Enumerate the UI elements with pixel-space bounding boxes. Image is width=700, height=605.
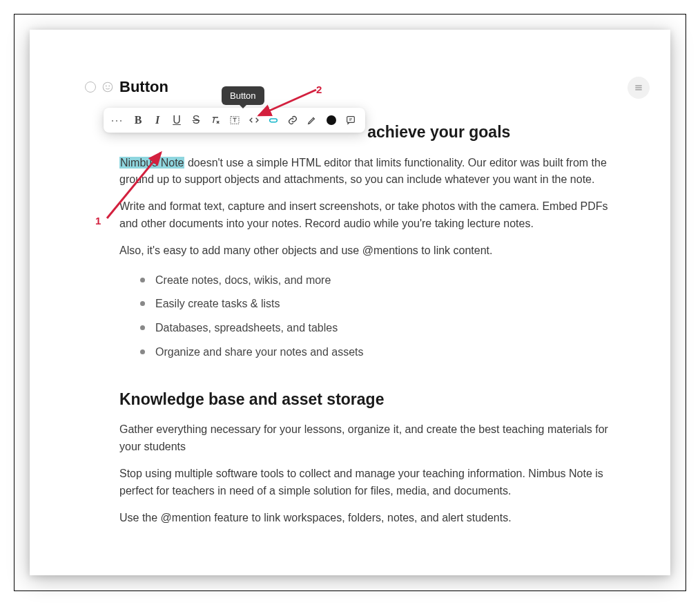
tooltip: Button (222, 86, 264, 105)
comment-button[interactable] (342, 111, 360, 129)
note-content: XXXXXXXXXXXXXXXXXXXXXXX achieve your goa… (119, 120, 608, 526)
code-button[interactable] (245, 111, 263, 129)
paragraph-5[interactable]: Stop using multiple software tools to co… (119, 465, 608, 500)
list-item[interactable]: Easily create tasks & lists (140, 296, 608, 313)
list-item[interactable]: Create notes, docs, wikis, and more (140, 272, 608, 289)
text-color-button[interactable] (322, 111, 340, 129)
clear-format-button[interactable] (206, 111, 224, 129)
link-button[interactable] (284, 111, 302, 129)
svg-point-4 (106, 86, 106, 86)
bold-button[interactable]: B (129, 111, 147, 129)
svg-point-5 (109, 86, 110, 86)
paragraph-6[interactable]: Use the @mention feature to link workspa… (119, 510, 608, 527)
svg-point-3 (103, 82, 113, 92)
underline-button[interactable]: U (168, 111, 186, 129)
bullet-list: Create notes, docs, wikis, and more Easi… (140, 272, 608, 361)
title-row: Button (85, 78, 629, 96)
paragraph-1-rest: doesn't use a simple HTML editor that li… (119, 157, 607, 186)
note-panel: Button XXXXXXXXXXXXXXXXXXXXXXX achieve y… (30, 30, 670, 575)
italic-button[interactable]: I (148, 111, 166, 129)
button-insert-button[interactable] (264, 111, 282, 129)
annotation-number-1: 1 (95, 215, 101, 227)
heading-2[interactable]: Knowledge base and asset storage (119, 387, 608, 412)
more-menu-button[interactable] (628, 77, 650, 99)
toolbar-more-icon[interactable]: ⋯ (109, 113, 128, 128)
list-item[interactable]: Organize and share your notes and assets (140, 344, 608, 361)
svg-rect-8 (347, 117, 355, 123)
page-title[interactable]: Button (119, 78, 168, 96)
list-item[interactable]: Databases, spreadsheets, and tables (140, 320, 608, 337)
color-dot-icon (327, 115, 336, 125)
emoji-picker-icon[interactable] (101, 81, 114, 93)
text-format-button[interactable] (226, 111, 244, 129)
formatting-toolbar: ⋯ B I U S (104, 108, 365, 133)
strikethrough-button[interactable]: S (187, 111, 205, 129)
status-circle-icon[interactable] (85, 81, 96, 93)
section-2: Knowledge base and asset storage Gather … (119, 387, 608, 527)
selected-text[interactable]: Nimbus Note (119, 157, 184, 169)
paragraph-4[interactable]: Gather everything necessary for your les… (119, 421, 608, 456)
svg-rect-7 (270, 119, 278, 122)
paragraph-2[interactable]: Write and format text, capture and inser… (119, 198, 608, 233)
paragraph-1[interactable]: Nimbus Note doesn't use a simple HTML ed… (119, 155, 608, 189)
paragraph-3[interactable]: Also, it's easy to add many other object… (119, 242, 608, 260)
highlight-button[interactable] (303, 111, 321, 129)
heading-1-suffix: achieve your goals (367, 123, 510, 141)
